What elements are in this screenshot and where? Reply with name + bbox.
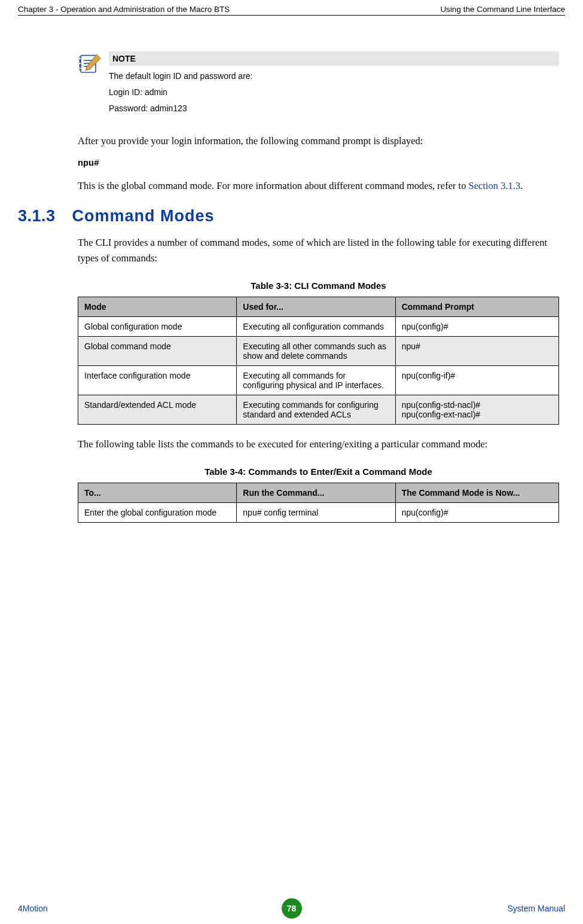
table-3-4-h2: The Command Mode is Now... — [395, 483, 558, 502]
note-label: NOTE — [109, 51, 559, 66]
note-body: NOTE The default login ID and password a… — [109, 51, 559, 117]
page: Chapter 3 - Operation and Administration… — [0, 0, 583, 924]
svg-point-2 — [80, 57, 81, 59]
note-line-3: Password: admin123 — [109, 103, 559, 114]
cell: Executing commands for configuring stand… — [237, 395, 395, 424]
section-title: Command Modes — [72, 207, 215, 225]
cell: npu(config)# — [395, 316, 558, 336]
paragraph-2: This is the global command mode. For mor… — [78, 178, 559, 194]
note-line-2: Login ID: admin — [109, 87, 559, 98]
cell: npu(config-if)# — [395, 365, 558, 395]
content-area: NOTE The default login ID and password a… — [78, 51, 559, 523]
table-3-3-h1: Used for... — [237, 297, 395, 316]
section-number: 3.1.3 — [18, 207, 56, 225]
page-footer: 4Motion 78 System Manual — [18, 904, 565, 913]
header-left: Chapter 3 - Operation and Administration… — [18, 5, 230, 14]
table-row: Standard/extended ACL mode Executing com… — [78, 395, 559, 424]
cell: npu# — [395, 336, 558, 365]
table-row: Interface configuration mode Executing a… — [78, 365, 559, 395]
page-number-wrap: 78 — [30, 898, 553, 919]
table-3-4-h1: Run the Command... — [237, 483, 395, 502]
paragraph-1: After you provide your login information… — [78, 133, 559, 149]
note-icon — [78, 51, 102, 75]
cell: npu# config terminal — [237, 502, 395, 522]
cell: npu(config)# — [395, 502, 558, 522]
header-right: Using the Command Line Interface — [440, 5, 565, 14]
table-3-4: Table 3-4: Commands to Enter/Exit a Comm… — [78, 462, 559, 523]
cell: Executing all commands for configuring p… — [237, 365, 395, 395]
paragraph-3: The CLI provides a number of command mod… — [78, 235, 559, 266]
table-3-3: Table 3-3: CLI Command Modes Mode Used f… — [78, 276, 559, 425]
cell: Enter the global configuration mode — [78, 502, 237, 522]
table-3-3-caption: Table 3-3: CLI Command Modes — [78, 276, 559, 297]
table-3-4-h0: To... — [78, 483, 237, 502]
svg-point-4 — [80, 68, 81, 69]
table-3-3-h2: Command Prompt — [395, 297, 558, 316]
note-box: NOTE The default login ID and password a… — [78, 51, 559, 117]
cell: npu(config-std-nacl)# npu(config-ext-nac… — [395, 395, 558, 424]
note-line-1: The default login ID and password are: — [109, 71, 559, 82]
running-header: Chapter 3 - Operation and Administration… — [18, 5, 565, 16]
table-row: Global command mode Executing all other … — [78, 336, 559, 365]
paragraph-2a: This is the global command mode. For mor… — [78, 180, 469, 191]
prompt-1: npu# — [78, 158, 559, 169]
table-3-3-h0: Mode — [78, 297, 237, 316]
cell: Global command mode — [78, 336, 237, 365]
table-row: Global configuration mode Executing all … — [78, 316, 559, 336]
page-number-badge: 78 — [282, 898, 302, 919]
cell: Standard/extended ACL mode — [78, 395, 237, 424]
table-3-4-caption: Table 3-4: Commands to Enter/Exit a Comm… — [78, 462, 559, 483]
table-row: Enter the global configuration mode npu#… — [78, 502, 559, 522]
paragraph-4: The following table lists the commands t… — [78, 437, 559, 452]
svg-point-3 — [80, 63, 81, 65]
section-ref-link[interactable]: Section 3.1.3 — [469, 180, 521, 191]
cell: Executing all configuration commands — [237, 316, 395, 336]
cell: Global configuration mode — [78, 316, 237, 336]
cell: Executing all other commands such as sho… — [237, 336, 395, 365]
section-heading: 3.1.3 Command Modes — [18, 207, 559, 225]
cell: Interface configuration mode — [78, 365, 237, 395]
paragraph-2c: . — [520, 180, 523, 191]
